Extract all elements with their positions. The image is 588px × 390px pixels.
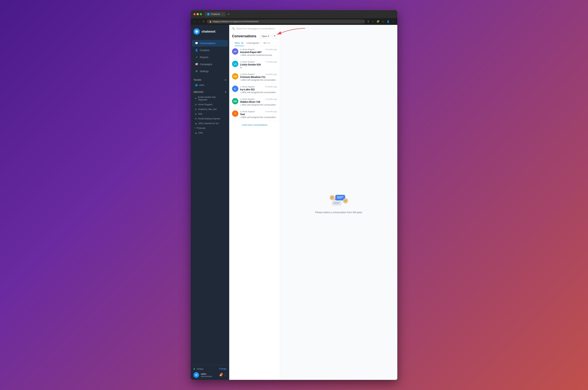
sidebar-icon[interactable]: ▭ <box>382 20 384 23</box>
inbox-gitx[interactable]: ◎ GitX <box>194 111 226 116</box>
inbox-chatwoot-bot[interactable]: ◎ chatwoot_dev_bot <box>194 107 226 111</box>
minimize-button[interactable] <box>197 13 199 15</box>
status-row: Online Change <box>194 367 226 370</box>
conversation-item[interactable]: CM ◎ Acme Support 8 months ago Crimson-M… <box>229 71 280 84</box>
inbox-email-sender[interactable]: ✉ Email sender test Tejaswini <box>194 95 226 102</box>
campaigns-icon: 📢 <box>195 63 198 66</box>
facebook-icon: f <box>195 127 196 129</box>
extensions-icon[interactable]: 🧩 <box>377 20 380 23</box>
load-more-button[interactable]: Load more conversations <box>229 121 280 129</box>
conv-time: 8 months ago <box>265 110 277 113</box>
red-arrow-annotation <box>274 27 308 37</box>
inbox-name: ◎ Acme Support <box>240 86 255 88</box>
gitx-icon: ◎ <box>195 113 197 115</box>
info-icon: ℹ <box>240 104 241 106</box>
inbox-sdk-ios[interactable]: ☁ SDK channel for ios <box>194 121 226 126</box>
close-button[interactable] <box>194 13 196 15</box>
svg-point-7 <box>331 197 332 197</box>
share-icon[interactable]: ⬆ <box>367 20 369 23</box>
avatar: AP <box>232 48 238 55</box>
conv-name: Icy-Lake-321 <box>240 88 277 91</box>
conversation-item[interactable]: IL ◎ Acme Support 8 months ago Icy-Lake-… <box>229 84 280 96</box>
back-button[interactable]: ← <box>194 20 196 23</box>
status-filter[interactable]: Open ▾ <box>260 34 271 38</box>
inbox-pickcute[interactable]: f Pickcute <box>194 126 226 130</box>
address-bar[interactable]: 🔒 staging.chatwoot.com/app/accounts/3/da… <box>207 20 365 23</box>
tab-unassigned[interactable]: Unassigned 7 <box>246 40 261 46</box>
profile-icon[interactable]: 👤 <box>387 20 390 23</box>
new-tab-button[interactable]: + <box>228 12 230 16</box>
info-icon: ℹ <box>240 92 241 94</box>
status-filter-label: Open <box>262 35 267 38</box>
conv-time: 6 months ago <box>265 48 277 50</box>
search-bar[interactable]: 🔍 Search for messages in conversations <box>232 27 277 30</box>
sidebar-item-settings[interactable]: ⚙ Settings <box>192 68 228 75</box>
online-indicator <box>194 368 195 370</box>
menu-icon[interactable]: ⋮ <box>392 20 394 23</box>
svg-point-17 <box>343 198 348 203</box>
change-status-button[interactable]: Change <box>219 368 226 370</box>
sdk-icon: ☁ <box>195 122 197 125</box>
conversation-item[interactable]: LS ◎ Acme Support 7 months ago Lively-Sm… <box>229 59 280 71</box>
user-menu-button[interactable]: ⋮ <box>224 373 226 377</box>
conversation-item[interactable]: HR ◎ Acme Support 8 months ago Hidden-Ri… <box>229 96 280 108</box>
svg-point-6 <box>330 195 335 200</box>
user-row: N nithin Administrator 🔔 3 ⋮ <box>194 372 226 378</box>
conv-item-header: ◎ Acme Support 8 months ago <box>240 98 277 100</box>
browser-titlebar: Chatwoot × + <box>191 10 397 18</box>
conv-time: 7 months ago <box>265 61 277 63</box>
user-info: nithin Administrator <box>201 373 217 377</box>
inbox-gitx2-label: GitX <box>198 132 203 134</box>
add-team-button[interactable]: + <box>225 78 226 82</box>
sidebar-logo: chatwoot <box>191 25 229 38</box>
toolbar-icons: ⬆ ☆ 🧩 ▭ 👤 ⋮ <box>367 20 394 23</box>
svg-point-18 <box>344 200 345 201</box>
avatar: CM <box>232 73 238 80</box>
inbox-pickcute-label: Pickcute <box>197 127 205 129</box>
conv-preview: ℹ nithin self-assigned this conversation <box>240 79 277 81</box>
sidebar-item-conversations[interactable]: 💬 Conversations <box>192 40 228 47</box>
browser-window: Chatwoot × + ← → ↻ 🔒 staging.chatwoot.co… <box>191 10 397 380</box>
conversations-title: Conversations <box>232 34 256 38</box>
bookmark-icon[interactable]: ☆ <box>372 20 374 23</box>
avatar: HR <box>232 98 238 104</box>
conv-preview: ℹ nithin removed customersuccess <box>240 54 277 56</box>
teams-section: Teams + 👥 sales <box>191 76 229 88</box>
add-inbox-button[interactable]: + <box>225 91 226 94</box>
all-label: All <box>263 42 266 44</box>
conversation-item[interactable]: AP ◎ Acme Support 6 months ago Ancient-P… <box>229 46 280 59</box>
sidebar-item-sales[interactable]: 👥 sales <box>194 83 226 87</box>
conv-name: Hidden-River-725 <box>240 100 277 103</box>
conv-name: Crimson-Meadow-711 <box>240 76 277 78</box>
inbox-email-testing[interactable]: ✉ Email testing Channel <box>194 116 226 121</box>
tab-all[interactable]: All 326 <box>263 40 270 46</box>
tab-mine[interactable]: Mine 6 <box>235 40 244 46</box>
sidebar-item-contacts[interactable]: 👤 Contacts <box>192 47 228 53</box>
browser-tab[interactable]: Chatwoot × <box>205 12 226 16</box>
info-icon: ℹ <box>240 79 241 81</box>
avatar: LS <box>232 61 238 67</box>
tab-close-button[interactable]: × <box>222 13 223 15</box>
refresh-button[interactable]: ↻ <box>203 20 205 23</box>
svg-point-1 <box>196 30 198 33</box>
conv-time: 8 months ago <box>265 73 277 75</box>
user-name: nithin <box>201 373 217 375</box>
forward-button[interactable]: → <box>198 20 200 23</box>
reports-label: Reports <box>200 56 208 59</box>
inbox-gitx2[interactable]: ☁ GitX <box>194 130 226 135</box>
avatar: IL <box>232 86 238 92</box>
notifications-button[interactable]: 🔔 3 <box>219 374 222 376</box>
tab-favicon <box>207 13 210 15</box>
address-text: staging.chatwoot.com/app/accounts/3/dash… <box>213 20 258 23</box>
conv-preview: ℹ nithin self-assigned this conversation <box>240 104 277 106</box>
maximize-button[interactable] <box>200 13 202 15</box>
sidebar-item-campaigns[interactable]: 📢 Campaigns <box>192 61 228 68</box>
inbox-name: ◎ Acme Support <box>240 73 255 75</box>
team-icon: 👥 <box>195 84 198 86</box>
inbox-label: Email sender test Tejaswini <box>198 96 225 101</box>
sidebar-item-reports[interactable]: ↗ Reports <box>192 54 228 61</box>
conversation-item[interactable]: T ◎ Acme Support 8 months ago Test ℹ nit… <box>229 108 280 121</box>
inbox-icon: ◎ <box>240 98 242 100</box>
inbox-name: ◎ Acme Support <box>240 48 255 50</box>
inbox-acme-support[interactable]: ◎ Acme Support <box>194 102 226 107</box>
